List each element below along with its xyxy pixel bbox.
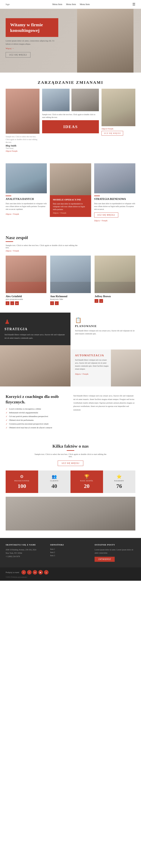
planning-icon: 📋 xyxy=(75,317,137,323)
member-1-social-in[interactable]: in xyxy=(15,301,19,305)
hero-title: Witamy w firmie konsultingowej xyxy=(10,22,54,33)
changes-left-text: Sample text. Click to select the text bo… xyxy=(6,135,40,144)
changes-person-img-r xyxy=(101,89,135,126)
changes-person-img xyxy=(6,89,40,134)
social-icon-t[interactable]: t xyxy=(27,570,31,575)
changes-right-text: Sample text. Click to select the text bo… xyxy=(42,113,99,119)
strategy-biz-btn[interactable]: UCZ SIĘ WIĘCEJ xyxy=(94,213,118,218)
hamburger-icon[interactable]: ☰ xyxy=(132,2,135,6)
member-1-social-f[interactable]: f xyxy=(6,301,9,305)
benefit-5: Cresterea potrivita necesitati perspecti… xyxy=(6,423,68,425)
footer-cookie-btn[interactable]: ZATWIEROZ xyxy=(95,557,115,562)
nav-item-1[interactable]: Menu Item xyxy=(52,3,62,6)
member-2-social-t[interactable]: t xyxy=(55,301,58,305)
strategy-biz-col: STRATEGIA BIZNESOWA Duis sunt dum dolor … xyxy=(94,163,135,222)
hero-section: Witamy w firmie konsultingowej Lorem ips… xyxy=(0,9,141,72)
hero-cta-button[interactable]: UCZ SIĘ WIĘCEJ xyxy=(6,52,30,58)
analytics-bar xyxy=(6,195,11,196)
strategy-biz-img xyxy=(94,163,135,193)
planning-box: 📋 PLANOWANIE Sed blandit libero volutpat… xyxy=(71,313,141,349)
footer-link-2[interactable]: Item 2 xyxy=(50,551,91,553)
stat-4-icon: ⭐ xyxy=(105,474,134,479)
hero-subtitle: Lorem ipsum dolor sit amet, consectetur … xyxy=(6,39,58,45)
copyright: ©2021 Polityka prywatności xyxy=(6,576,135,578)
team-section: Nasz zespół Sample text. Click to select… xyxy=(0,228,141,313)
nav-menu: Menu Item Menu Item Menu Item xyxy=(52,3,90,6)
member-2-social-f[interactable]: f xyxy=(50,301,54,305)
member-1-socials: f t in xyxy=(6,301,46,305)
team-link[interactable]: Zdjęcia > Freepik xyxy=(6,250,135,252)
member-3-img xyxy=(95,255,135,293)
benefits-right-text: Sed blandit libero volutpat sed cras orn… xyxy=(73,394,135,411)
social-icon-f[interactable]: f xyxy=(21,570,26,575)
social-icons-row: f t in ▶ g xyxy=(21,570,48,575)
strategy-title: STRATEGIA xyxy=(4,327,66,331)
team-title: Nasz zespół xyxy=(6,235,135,240)
hero-link[interactable]: Więcej → xyxy=(6,47,58,50)
footer-link-3[interactable]: Item 3 xyxy=(50,555,91,557)
member-2-socials: f t xyxy=(50,301,91,305)
stat-3-number: 20 xyxy=(72,483,101,489)
strategy-chess-icon: ♟ xyxy=(4,318,66,326)
benefit-3: Cel mai potrivit pentru dobandirea persp… xyxy=(6,415,68,417)
analytics-col: ANALITYKA DANYCH Duis sunt dum dolor in … xyxy=(6,163,47,215)
strategy-biz-text: Duis sunt dum dolor in reprehenderit in … xyxy=(94,202,135,211)
logo: logo xyxy=(6,3,9,6)
member-1-img xyxy=(6,255,46,293)
changes-caption-right[interactable]: Zdjęcie Freepik xyxy=(101,128,135,130)
member-3-name: Jeffrey Brown xyxy=(95,295,135,298)
stat-4-number: 76 xyxy=(105,483,134,489)
team-intro: Sample text. Click to select the text bo… xyxy=(6,244,81,249)
member-3-social-t[interactable]: t xyxy=(95,299,98,303)
facts-divider xyxy=(67,450,74,451)
member-1-role: guru programowania xyxy=(6,298,46,300)
stat-3-icon: 🏆 xyxy=(72,474,101,479)
changes-grid: Sample text. Click to select the text bo… xyxy=(6,89,135,152)
member-1-social-t[interactable]: t xyxy=(10,301,14,305)
models-center: MODELE OPERACYJNE Duis sunt dum dolor in… xyxy=(50,163,91,217)
automation-text: Sed blandit libero volutpat sed cras orn… xyxy=(75,359,109,371)
automation-box: AUTOMATYZACJA Sed blandit libero volutpa… xyxy=(71,349,141,386)
footer-link-1[interactable]: Item 1 xyxy=(50,548,91,550)
facts-learn-more-btn[interactable]: UCZ SIĘ WIĘCEJ xyxy=(58,461,83,466)
bottom-bar: Podążaj za nami f t in ▶ g ©2021 Polityk… xyxy=(0,567,141,581)
changes-title: ZARZĄDZANIE ZMIANAMI xyxy=(6,80,135,85)
member-3-socials: t y xyxy=(95,299,135,303)
automation-link[interactable]: Zdjęcia > Freepik xyxy=(75,373,88,375)
nav-item-3[interactable]: Menu Item xyxy=(80,3,90,6)
strategy-section: ♟ STRATEGIA Sed blandit libero volutpat … xyxy=(0,313,141,386)
stat-1-number: 100 xyxy=(7,483,36,489)
facts-photo xyxy=(6,497,135,530)
benefit-4: Obtineti nivel de performanta xyxy=(6,419,68,421)
nav-item-2[interactable]: Menu Item xyxy=(66,3,76,6)
models-link[interactable]: Zdjęcia > Freepik xyxy=(53,212,88,214)
changes-learn-more[interactable]: UCZ SIĘ WIĘCEJ xyxy=(101,131,123,135)
strategy-biz-link[interactable]: Zdjęcia > Freepik xyxy=(94,220,108,222)
team-member-1: Alex Grinfield guru programowania f t in xyxy=(6,255,46,305)
member-3-social-y[interactable]: y xyxy=(99,299,103,303)
benefits-left: Korzyści z coachingu dla osób fizycznych… xyxy=(6,394,68,429)
hero-person-photo xyxy=(77,9,134,72)
footer-address: 4580 18 Bulding Avenue, 230-104, 2024 Ne… xyxy=(6,548,46,558)
stat-1: ⚙ PROJEKTOWNIE 100 xyxy=(6,470,38,493)
team-divider xyxy=(6,241,13,242)
social-icon-in[interactable]: in xyxy=(33,570,37,575)
changes-caption-left[interactable]: Zdjęcie Freepik xyxy=(6,150,40,152)
changes-person-role: Titel krauj xyxy=(6,147,40,149)
models-title: MODELE OPERACYJNE xyxy=(53,198,88,201)
footer-col-3: OSTATNIE POSTY Lorem ipsum dolor sit ame… xyxy=(95,544,135,562)
team-member-3: Jeffrey Brown t y xyxy=(95,255,135,305)
navigation: logo Menu Item Menu Item Menu Item ☰ xyxy=(0,0,141,9)
strategy-person-img xyxy=(0,345,71,386)
social-icon-yt[interactable]: ▶ xyxy=(38,570,43,575)
footer-col-3-text: Lorem ipsum dolor sit amet. Lorem ipsum … xyxy=(95,548,135,555)
strategy-biz-bar xyxy=(94,195,100,196)
analytics-link[interactable]: Zdjęcia > Freepik xyxy=(6,213,19,215)
footer-col-2-title: ODNOŚNIKI xyxy=(50,544,91,546)
hero-content: Witamy w firmie konsultingowej Lorem ips… xyxy=(0,9,64,63)
member-1-name: Alex Grinfield xyxy=(6,295,46,298)
analytics-text: Duis sunt dum dolor in reprehenderit in … xyxy=(6,202,47,211)
footer-col-1: SKONTAKTUJ SIĘ Z NAMI 4580 18 Bulding Av… xyxy=(6,544,46,562)
stat-3-label: NASZ ZESPÓŁ xyxy=(72,480,101,482)
social-icon-g[interactable]: g xyxy=(44,570,48,575)
